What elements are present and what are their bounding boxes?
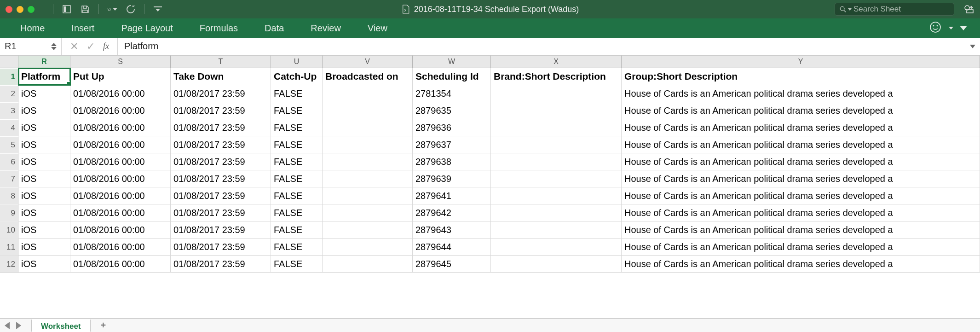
cell[interactable]: 01/08/2017 23:59 — [171, 136, 271, 153]
expand-formula-bar-icon[interactable] — [970, 45, 975, 48]
ribbon-tab-page-layout[interactable]: Page Layout — [119, 19, 174, 37]
cell[interactable] — [491, 204, 622, 221]
ribbon-tab-insert[interactable]: Insert — [69, 19, 96, 37]
ribbon-tab-data[interactable]: Data — [263, 19, 286, 37]
cell[interactable]: House of Cards is an American political … — [622, 136, 980, 153]
cell[interactable]: 2879636 — [413, 119, 491, 136]
cell[interactable]: Scheduling Id — [413, 68, 491, 85]
cell[interactable] — [491, 153, 622, 170]
cell[interactable] — [491, 136, 622, 153]
row-header[interactable]: 7 — [0, 170, 18, 187]
search-scope-caret-icon[interactable] — [848, 8, 852, 11]
cell[interactable]: House of Cards is an American political … — [622, 85, 980, 102]
select-all-corner[interactable] — [0, 55, 18, 68]
cell[interactable]: 2879639 — [413, 170, 491, 187]
cell[interactable]: FALSE — [271, 153, 323, 170]
cell[interactable]: 01/08/2017 23:59 — [171, 239, 271, 256]
row-header[interactable]: 11 — [0, 239, 18, 256]
cell[interactable]: 01/08/2017 23:59 — [171, 187, 271, 204]
cell[interactable]: FALSE — [271, 256, 323, 273]
cell[interactable]: iOS — [18, 85, 70, 102]
cell[interactable]: House of Cards is an American political … — [622, 102, 980, 119]
cell[interactable]: 01/08/2017 23:59 — [171, 119, 271, 136]
cell[interactable]: iOS — [18, 136, 70, 153]
ribbon-tab-home[interactable]: Home — [18, 19, 46, 37]
cell[interactable] — [323, 221, 413, 239]
cell[interactable]: Take Down — [171, 68, 271, 85]
cell[interactable]: FALSE — [271, 119, 323, 136]
cell[interactable]: Platform — [18, 68, 70, 85]
cell[interactable]: 2879642 — [413, 204, 491, 221]
row-header[interactable]: 4 — [0, 119, 18, 136]
cell[interactable]: FALSE — [271, 204, 323, 221]
sheet-nav-prev-icon[interactable] — [5, 322, 10, 329]
cell[interactable]: FALSE — [271, 221, 323, 239]
cell[interactable]: FALSE — [271, 102, 323, 119]
cell[interactable]: 01/08/2016 00:00 — [70, 102, 171, 119]
confirm-edit-icon[interactable]: ✓ — [86, 41, 95, 52]
cell[interactable]: 01/08/2016 00:00 — [70, 136, 171, 153]
collapse-ribbon-button[interactable] — [960, 26, 967, 30]
feedback-caret-icon[interactable] — [949, 27, 953, 29]
search-input[interactable] — [853, 5, 949, 14]
column-header[interactable]: Y — [622, 55, 980, 68]
column-header[interactable]: W — [413, 55, 491, 68]
cell[interactable]: FALSE — [271, 239, 323, 256]
cell[interactable]: Catch-Up — [271, 68, 323, 85]
ribbon-tab-view[interactable]: View — [366, 19, 389, 37]
formula-input[interactable]: Platform — [118, 41, 970, 52]
column-header[interactable]: X — [491, 55, 622, 68]
cell[interactable] — [323, 187, 413, 204]
cell[interactable]: 01/08/2016 00:00 — [70, 85, 171, 102]
cell[interactable] — [491, 221, 622, 239]
cell[interactable]: House of Cards is an American political … — [622, 221, 980, 239]
row-header[interactable]: 10 — [0, 221, 18, 239]
undo-icon[interactable] — [107, 4, 117, 14]
cell[interactable]: 2781354 — [413, 85, 491, 102]
column-header[interactable]: R — [18, 55, 70, 68]
row-header[interactable]: 9 — [0, 204, 18, 221]
search-box[interactable] — [835, 3, 954, 16]
cell[interactable]: iOS — [18, 256, 70, 273]
sheet-tab-active[interactable]: Worksheet — [31, 319, 91, 332]
cell[interactable]: Group:Short Description — [622, 68, 980, 85]
row-header[interactable]: 3 — [0, 102, 18, 119]
close-window-button[interactable] — [6, 6, 12, 13]
cell[interactable]: 01/08/2016 00:00 — [70, 204, 171, 221]
cell[interactable]: House of Cards is an American political … — [622, 256, 980, 273]
cell[interactable] — [323, 102, 413, 119]
cell[interactable]: 01/08/2017 23:59 — [171, 85, 271, 102]
cell[interactable]: iOS — [18, 102, 70, 119]
ribbon-tab-formulas[interactable]: Formulas — [198, 19, 240, 37]
cell[interactable]: 01/08/2016 00:00 — [70, 256, 171, 273]
name-box[interactable]: R1 — [0, 38, 62, 55]
cell[interactable] — [323, 170, 413, 187]
cell[interactable]: Brand:Short Description — [491, 68, 622, 85]
cell[interactable] — [323, 153, 413, 170]
redo-icon[interactable] — [126, 4, 136, 14]
cell[interactable]: 2879644 — [413, 239, 491, 256]
cell[interactable]: iOS — [18, 239, 70, 256]
cell[interactable]: iOS — [18, 170, 70, 187]
cell[interactable] — [491, 256, 622, 273]
row-header[interactable]: 1 — [0, 68, 18, 85]
minimize-window-button[interactable] — [17, 6, 23, 13]
cancel-edit-icon[interactable]: ✕ — [70, 41, 78, 52]
cell[interactable] — [491, 239, 622, 256]
cell[interactable]: Broadcasted on — [323, 68, 413, 85]
cell[interactable]: iOS — [18, 204, 70, 221]
cell[interactable]: 2879638 — [413, 153, 491, 170]
cell[interactable]: 2879643 — [413, 221, 491, 239]
add-sheet-button[interactable]: + — [97, 320, 110, 331]
cell[interactable]: House of Cards is an American political … — [622, 239, 980, 256]
autosave-icon[interactable] — [62, 4, 72, 14]
cell[interactable] — [323, 239, 413, 256]
name-box-spinner[interactable] — [51, 43, 57, 50]
cell[interactable]: 01/08/2016 00:00 — [70, 170, 171, 187]
cell[interactable]: iOS — [18, 221, 70, 239]
row-header[interactable]: 8 — [0, 187, 18, 204]
cell[interactable]: 01/08/2016 00:00 — [70, 119, 171, 136]
cell[interactable]: 2879641 — [413, 187, 491, 204]
cell[interactable] — [323, 204, 413, 221]
cell[interactable]: 01/08/2016 00:00 — [70, 153, 171, 170]
